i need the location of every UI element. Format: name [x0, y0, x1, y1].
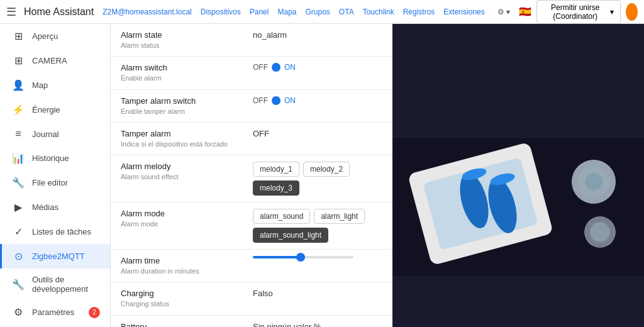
ota-link[interactable]: OTA — [335, 5, 358, 19]
melody-2-button[interactable]: melody_2 — [303, 162, 350, 177]
toggle-alarm-switch[interactable]: OFF ON — [253, 63, 296, 72]
sidebar-item-listes[interactable]: ✓ Listes de tâches — [0, 219, 110, 244]
tamper-switch-dot — [272, 96, 280, 105]
prop-desc-tamper-alarm: Indica si el dispositivo está forzado — [121, 140, 245, 148]
prop-desc-charging: Charging status — [121, 299, 245, 308]
extensiones-link[interactable]: Extensiones — [440, 5, 488, 19]
prop-value-tamper-alarm: OFF — [253, 129, 382, 138]
map-icon: 👤 — [12, 79, 25, 91]
sidebar-label-medias: Médias — [32, 202, 100, 212]
prop-value-alarm-melody: melody_1 melody_2 melody_3 — [253, 162, 382, 196]
outils-icon: 🔧 — [12, 279, 25, 291]
prop-value-alarm-time — [253, 256, 382, 258]
sidebar-label-outils: Outils de développement — [32, 275, 100, 294]
sidebar-item-file-editor[interactable]: 🔧 File editor — [0, 170, 110, 195]
sidebar: ⊞ Aperçu ⊞ CAMERA 👤 Map ⚡ Énergie ≡ Jour… — [0, 24, 111, 327]
svg-point-11 — [590, 222, 610, 242]
energie-icon: ⚡ — [12, 104, 25, 116]
prop-row-charging: Charging Charging status Falso — [111, 282, 392, 315]
prop-desc-tamper-switch: Enable tamper alarm — [121, 107, 245, 116]
sidebar-label-energie: Énergie — [32, 105, 100, 114]
prop-label-alarm-switch: Alarm switch Enable alarm — [121, 63, 253, 82]
sidebar-item-apercu[interactable]: ⊞ Aperçu — [0, 24, 110, 48]
device-panel: Alarm state Alarm status no_alarm Alarm … — [111, 24, 392, 327]
prop-label-tamper-switch: Tamper alarm switch Enable tamper alarm — [121, 96, 253, 116]
alarm-time-slider-fill — [253, 256, 298, 258]
content-wrapper: Alarm state Alarm status no_alarm Alarm … — [111, 24, 644, 327]
grupos-link[interactable]: Grupos — [302, 5, 334, 19]
prop-label-alarm-state: Alarm state Alarm status — [121, 30, 253, 50]
melody-btn-group: melody_1 melody_2 melody_3 — [253, 162, 382, 196]
dispositivos-link[interactable]: Dispositivos — [197, 5, 245, 19]
alarm-time-slider-thumb[interactable] — [296, 253, 305, 262]
prop-row-alarm-switch: Alarm switch Enable alarm OFF ON — [111, 57, 392, 89]
prop-label-charging: Charging Charging status — [121, 289, 253, 308]
flag-icon[interactable]: 🇪🇸 — [519, 6, 531, 18]
gear-button[interactable]: ⚙ ▾ — [494, 5, 514, 19]
sidebar-label-zigbee: Zigbee2MQTT — [32, 252, 100, 261]
toggle-tamper-switch[interactable]: OFF ON — [253, 96, 296, 105]
sidebar-item-outils[interactable]: 🔧 Outils de développement — [0, 269, 110, 300]
prop-value-tamper-switch: OFF ON — [253, 96, 382, 105]
prop-row-alarm-mode: Alarm mode Alarm mode alarm_sound alarm_… — [111, 202, 392, 250]
prop-name-battery: Battery — [121, 322, 245, 327]
layout: ⊞ Aperçu ⊞ CAMERA 👤 Map ⚡ Énergie ≡ Jour… — [0, 24, 644, 327]
sidebar-item-journal[interactable]: ≡ Journal — [0, 122, 110, 146]
gear-arrow: ▾ — [506, 8, 510, 16]
sidebar-item-energie[interactable]: ⚡ Énergie — [0, 97, 110, 122]
sidebar-label-parametres: Paramètres — [32, 308, 81, 317]
prop-name-alarm-switch: Alarm switch — [121, 63, 245, 72]
mapa-link[interactable]: Mapa — [274, 5, 300, 19]
topbar-nav: Z2M@homeassistant.local Dispositivos Pan… — [99, 5, 489, 19]
prop-label-alarm-melody: Alarm melody Alarm sound effect — [121, 162, 253, 181]
menu-icon[interactable]: ☰ — [6, 5, 16, 19]
avatar[interactable] — [626, 3, 638, 21]
prop-label-alarm-time: Alarm time Alarm duration in minutes — [121, 256, 253, 275]
prop-row-alarm-melody: Alarm melody Alarm sound effect melody_1… — [111, 155, 392, 202]
prop-name-tamper-alarm: Tamper alarm — [121, 129, 245, 138]
sidebar-label-historique: Historique — [32, 153, 100, 163]
melody-1-button[interactable]: melody_1 — [253, 162, 299, 177]
registros-link[interactable]: Registros — [399, 5, 439, 19]
sidebar-label-listes: Listes de tâches — [32, 227, 100, 236]
prop-value-alarm-mode: alarm_sound alarm_light alarm_sound_ligh… — [253, 209, 382, 243]
journal-icon: ≡ — [12, 128, 25, 140]
sidebar-item-map[interactable]: 👤 Map — [0, 73, 110, 97]
sidebar-item-camera[interactable]: ⊞ CAMERA — [0, 48, 110, 73]
alarm-time-slider-track[interactable] — [253, 256, 353, 258]
parametres-badge: 2 — [89, 307, 100, 318]
alarm-switch-on: ON — [284, 63, 296, 72]
panel-link[interactable]: Panel — [246, 5, 273, 19]
prop-row-tamper-alarm: Tamper alarm Indica si el dispositivo es… — [111, 123, 392, 155]
z2m-link[interactable]: Z2M@homeassistant.local — [99, 5, 196, 19]
prop-value-charging: Falso — [253, 289, 382, 298]
listes-icon: ✓ — [12, 226, 25, 238]
prop-desc-alarm-time: Alarm duration in minutes — [121, 267, 245, 275]
prop-row-tamper-switch: Tamper alarm switch Enable tamper alarm … — [111, 90, 392, 123]
prop-row-alarm-time: Alarm time Alarm duration in minutes — [111, 250, 392, 282]
sidebar-label-file-editor: File editor — [32, 178, 100, 187]
touchlink-link[interactable]: Touchlink — [359, 5, 398, 19]
sidebar-item-medias[interactable]: ▶ Médias — [0, 195, 110, 219]
prop-label-battery: Battery Remaining battery in %, can take… — [121, 322, 253, 327]
prop-desc-alarm-switch: Enable alarm — [121, 74, 245, 82]
alarm-sound-light-button[interactable]: alarm_sound_light — [253, 228, 328, 243]
prop-name-alarm-time: Alarm time — [121, 256, 245, 265]
zigbee-icon: ⊙ — [12, 250, 25, 262]
prop-desc-alarm-state: Alarm status — [121, 41, 245, 50]
prop-label-tamper-alarm: Tamper alarm Indica si el dispositivo es… — [121, 129, 253, 148]
topbar: ☰ Home Assistant Z2M@homeassistant.local… — [0, 0, 644, 24]
alarm-light-button[interactable]: alarm_light — [314, 209, 365, 224]
sidebar-label-journal: Journal — [32, 130, 100, 139]
melody-3-button[interactable]: melody_3 — [253, 180, 299, 196]
mode-btn-group: alarm_sound alarm_light alarm_sound_ligh… — [253, 209, 382, 243]
prop-value-battery: Sin ningún valor % — [253, 322, 382, 327]
app-title: Home Assistant — [24, 6, 94, 18]
alarm-sound-button[interactable]: alarm_sound — [253, 209, 310, 224]
sidebar-label-apercu: Aperçu — [32, 31, 100, 41]
sidebar-item-notifications[interactable]: 🔔 Notifications 2 — [0, 324, 110, 327]
sidebar-item-zigbee[interactable]: ⊙ Zigbee2MQTT — [0, 244, 110, 269]
sidebar-item-parametres[interactable]: ⚙ Paramètres 2 — [0, 300, 110, 324]
permit-join-button[interactable]: Permitir unirse (Coordinator) ▾ — [536, 0, 621, 24]
sidebar-item-historique[interactable]: 📊 Historique — [0, 146, 110, 170]
